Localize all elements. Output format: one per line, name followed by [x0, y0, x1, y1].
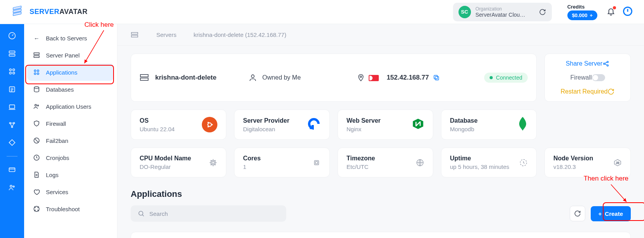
svg-rect-5 [9, 54, 15, 56]
server-icon [140, 74, 149, 82]
stat-cores: Cores1 [234, 148, 330, 177]
stat-key: Timezone [346, 155, 416, 162]
breadcrumb-current: krishna-dont-delete (152.42.168.77) [194, 31, 287, 38]
sidebar-item-services[interactable]: Services [27, 183, 114, 200]
svg-point-21 [37, 70, 39, 72]
stat-val: Mongodb [450, 126, 518, 132]
svg-point-22 [34, 73, 36, 75]
status-text: Connected [496, 75, 522, 81]
sidebar-label: Fail2ban [46, 137, 68, 144]
breadcrumb-home-icon[interactable] [131, 31, 139, 38]
stat-val: Ubuntu 22.04 [140, 126, 202, 132]
stat-val: 1 [243, 163, 312, 170]
search-icon [138, 210, 145, 217]
search-input[interactable] [149, 210, 279, 217]
rail-apps-icon[interactable] [7, 66, 18, 77]
svg-point-36 [360, 76, 362, 77]
copy-icon[interactable] [433, 74, 440, 81]
create-button[interactable]: + Create [591, 206, 631, 221]
uptime-icon [519, 158, 528, 167]
plus-icon: + [590, 12, 593, 18]
restart-required[interactable]: Restart Required [561, 88, 615, 95]
stat-key: Node Version [553, 155, 613, 162]
org-name: ServerAvatar Clou… [476, 12, 525, 18]
rail-dashboard-icon[interactable] [7, 30, 18, 41]
main-content: Servers krishna-dont-delete (152.42.168.… [117, 24, 644, 238]
brand-text-a: SERVER [30, 8, 60, 16]
rail-list-icon[interactable] [7, 84, 18, 95]
sidebar-back-label: Back to Servers [46, 35, 87, 42]
rail-team-icon[interactable] [7, 182, 18, 193]
applications-table-header: Name Application User Primary Domain PHP… [131, 232, 631, 238]
power-button[interactable] [622, 6, 633, 18]
rail-tag-icon[interactable] [7, 137, 18, 148]
svg-rect-11 [9, 105, 14, 108]
rail-billing-icon[interactable] [7, 164, 18, 175]
stat-val: DO-Regular [140, 163, 209, 170]
status-badge: Connected [484, 73, 528, 83]
notifications-button[interactable] [607, 7, 615, 17]
sidebar-item-logs[interactable]: Logs [27, 166, 114, 183]
sidebar-label: Application Users [46, 103, 91, 110]
stat-key: Cores [243, 155, 312, 162]
sidebar-item-firewall[interactable]: Firewall [27, 115, 114, 132]
refresh-icon[interactable] [539, 8, 546, 16]
restart-label: Restart Required [561, 88, 608, 95]
stat-val: Digitalocean [243, 126, 307, 132]
share-icon [602, 60, 609, 67]
stat-cpu: CPU Model NameDO-Regular [131, 148, 226, 177]
svg-point-12 [9, 122, 10, 123]
sidebar-item-app-users[interactable]: Application Users [27, 98, 114, 115]
server-summary-card: krishna-dont-delete Owned by Me 152.42.1… [131, 54, 537, 102]
org-switcher[interactable]: SC Organization ServerAvatar Clou… [453, 3, 552, 21]
sidebar-item-databases[interactable]: Databases [27, 81, 114, 98]
share-server-link[interactable]: Share Server [566, 60, 609, 67]
rail-servers-icon[interactable] [7, 48, 18, 59]
node-icon: JS [613, 158, 622, 167]
sidebar-item-cronjobs[interactable]: Cronjobs [27, 149, 114, 166]
mongodb-icon [518, 117, 528, 132]
credits-label: Credits [567, 4, 597, 10]
svg-text:JS: JS [616, 161, 620, 164]
stat-val: Etc/UTC [346, 163, 416, 170]
sidebar-label: Applications [46, 69, 77, 76]
svg-rect-4 [9, 51, 15, 53]
svg-point-17 [13, 186, 14, 187]
logs-icon [33, 171, 40, 179]
clock-icon [33, 154, 40, 162]
stat-key: Server Provider [243, 117, 307, 124]
firewall-toggle[interactable] [592, 74, 605, 81]
stat-webserver: Web ServerNginx [338, 109, 433, 140]
sidebar-item-applications[interactable]: Applications [27, 64, 114, 81]
svg-rect-19 [34, 56, 39, 58]
svg-rect-46 [312, 125, 314, 127]
stat-database: DatabaseMongodb [441, 109, 537, 140]
svg-point-13 [13, 122, 14, 123]
sidebar-item-fail2ban[interactable]: Fail2ban [27, 132, 114, 149]
breadcrumb-servers[interactable]: Servers [156, 31, 177, 38]
rail-separator [7, 156, 18, 156]
svg-point-58 [139, 211, 143, 215]
cpu-icon [209, 158, 217, 167]
sidebar-label: Cronjobs [46, 155, 69, 161]
rail-laptop-icon[interactable] [7, 102, 18, 113]
sidebar-item-troubleshoot[interactable]: Troubleshoot [27, 200, 114, 217]
firewall-label: Firewall [570, 74, 592, 81]
stat-node: Node Versionv18.20.3 JS [544, 148, 631, 177]
rail-network-icon[interactable] [7, 120, 18, 130]
credits-button[interactable]: $0.000 + [567, 10, 597, 20]
ban-icon [33, 137, 40, 144]
brand-icon [11, 5, 26, 19]
brand-logo[interactable]: SERVERAVATAR [11, 5, 88, 19]
panel-icon [33, 51, 40, 59]
search-box[interactable] [131, 205, 286, 222]
svg-point-14 [11, 126, 12, 127]
sidebar-back[interactable]: ← Back to Servers [27, 30, 114, 47]
shield-icon [33, 120, 40, 127]
brand-text-b: AVATAR [60, 8, 88, 16]
sidebar-label: Server Panel [46, 52, 80, 59]
refresh-button[interactable] [570, 206, 585, 221]
breadcrumb: Servers krishna-dont-delete (152.42.168.… [117, 24, 644, 46]
svg-rect-15 [9, 168, 15, 172]
sidebar-item-server-panel[interactable]: Server Panel [27, 47, 114, 64]
